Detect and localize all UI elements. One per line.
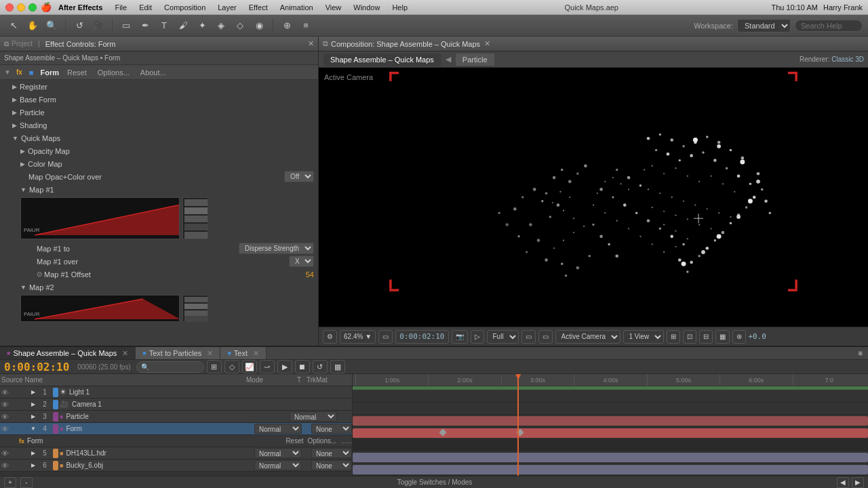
layer3-mode-dropdown[interactable]: Normal [290, 411, 337, 422]
tl-tab-text[interactable]: ■ Text ✕ [220, 347, 267, 359]
toolbar-text[interactable]: T [156, 18, 172, 34]
map-opac-color-dropdown[interactable]: Off [284, 171, 314, 182]
maximize-button[interactable] [28, 3, 37, 12]
layer4-trkmat-dropdown[interactable]: None [311, 424, 352, 434]
layer5-expand[interactable]: ▶ [28, 449, 38, 458]
toolbar-select[interactable]: ↖ [5, 18, 22, 34]
viewer-snap4-btn[interactable]: ⊟ [699, 330, 713, 344]
tl-ctrl-motion[interactable]: ⤻ [260, 360, 275, 373]
close-button[interactable] [5, 3, 14, 12]
tl-ctrl-graph[interactable]: 📈 [242, 360, 257, 373]
layer6-mode-dropdown[interactable]: Normal [254, 460, 302, 470]
toolbar-eraser[interactable]: ◈ [213, 18, 229, 34]
viewer-time-btn[interactable]: 0:00:02:10 [395, 330, 448, 344]
toolbar-brush[interactable]: 🖌 [175, 18, 191, 34]
tl-tab-close-tp[interactable]: ✕ [207, 349, 213, 358]
apple-icon[interactable]: 🍎 [41, 2, 52, 12]
layer3-expand[interactable]: ▶ [28, 412, 38, 422]
viewer-preview2-btn[interactable]: ▷ [471, 330, 484, 344]
prop-map1[interactable]: ▼ Map #1 [0, 183, 318, 196]
tl-layer-2[interactable]: 👁 ▶ 2 🎥 Camera 1 [0, 399, 352, 411]
layer5-eye[interactable]: 👁 [0, 449, 9, 458]
prop-map-opac-color[interactable]: Map Opac+Color over Off [0, 170, 318, 183]
tl-search-input[interactable] [136, 361, 204, 373]
map1-graph[interactable]: PAlUR [20, 197, 180, 239]
tl-bar-row-3[interactable] [353, 415, 868, 427]
tl-layer-6[interactable]: 👁 ▶ 6 ■ Bucky_6.obj Normal None [0, 460, 352, 472]
options-btn[interactable]: Options... [95, 68, 132, 77]
toolbar-roto[interactable]: ◇ [232, 18, 248, 34]
tl-ctrl-play[interactable]: ▶ [277, 360, 292, 373]
tl-layer-1[interactable]: 👁 ▶ 1 ☀ Light 1 [0, 386, 352, 399]
layer1-expand[interactable]: ▶ [28, 388, 38, 397]
toolbar-stamp[interactable]: ✦ [194, 18, 210, 34]
workspace-select[interactable]: Standard [737, 19, 791, 33]
prop-color-map[interactable]: ▶ Color Map [0, 157, 318, 170]
reset-btn[interactable]: Reset [64, 68, 90, 77]
tl-ctrl-keyframe[interactable]: ◇ [224, 360, 239, 373]
prop-quick-maps[interactable]: ▼ Quick Maps [0, 131, 318, 144]
toolbar-camera[interactable]: 🎥 [90, 18, 106, 34]
about-btn[interactable]: About... [138, 68, 169, 77]
layer4-mode-dropdown[interactable]: Normal [254, 424, 302, 434]
map1-offset-value[interactable]: 54 [306, 270, 314, 279]
prop-opacity-map[interactable]: ▶ Opacity Map [0, 144, 318, 157]
tl-ctrl-stop[interactable]: ⏹ [295, 360, 310, 373]
viewer-snap2-btn[interactable]: ⊞ [667, 330, 680, 344]
viewer-toggle-btn[interactable]: ▭ [521, 330, 536, 344]
toolbar-snap[interactable]: ⊕ [279, 18, 295, 34]
tl-layer-5[interactable]: 👁 ▶ 5 ■ DH143LL.hdr Normal None [0, 447, 352, 460]
map2-graph[interactable]: PAlUR [20, 295, 180, 322]
tl-bar-row-5[interactable] [353, 451, 868, 464]
layer5-trkmat-dropdown[interactable]: None [311, 448, 352, 458]
menu-composition[interactable]: Composition [160, 3, 210, 12]
toolbar-expr[interactable]: ≡ [298, 18, 314, 34]
tl-ctrl-stagger[interactable]: ⊞ [207, 360, 222, 373]
views-dropdown[interactable]: 1 View [623, 330, 664, 344]
tl-scroll-right[interactable]: ▶ [852, 477, 864, 488]
map1-over-dropdown[interactable]: X [289, 256, 314, 267]
comp-tab-main[interactable]: Shape Assemble – Quick Maps [323, 53, 441, 66]
prop-map1-over[interactable]: Map #1 over X [0, 255, 318, 268]
tl-tab-text-particles[interactable]: ■ Text to Particles ✕ [136, 347, 220, 359]
layer3-eye[interactable]: 👁 [0, 413, 9, 421]
menu-help[interactable]: Help [388, 3, 412, 12]
tl-ctrl-cache[interactable]: ▦ [330, 360, 345, 373]
tl-tab-close-main[interactable]: ✕ [122, 349, 128, 358]
tl-tab-main[interactable]: ■ Shape Assemble – Quick Maps ✕ [0, 347, 136, 359]
menu-effect[interactable]: Effect [245, 3, 272, 12]
viewer-settings-btn[interactable]: ⚙ [323, 330, 337, 344]
sub-options-btn[interactable]: Options... [308, 437, 337, 445]
toolbar-zoom[interactable]: 🔍 [43, 18, 60, 34]
tl-layer-3[interactable]: 👁 ▶ 3 ■ Particle Normal [0, 411, 352, 423]
prop-base-form[interactable]: ▶ Base Form [0, 93, 318, 106]
viewer-snap6-btn[interactable]: ⊛ [732, 330, 746, 344]
map1-to-dropdown[interactable]: Disperse Strength [239, 243, 314, 254]
search-input[interactable] [795, 20, 863, 32]
prop-shading[interactable]: ▶ Shading [0, 119, 318, 131]
menu-window[interactable]: Window [349, 3, 384, 12]
tl-panel-btn[interactable]: ≡ [859, 349, 868, 357]
menu-view[interactable]: View [321, 3, 346, 12]
tl-scroll-left[interactable]: ◀ [837, 477, 849, 488]
prop-register[interactable]: ▶ Register [0, 80, 318, 93]
layer2-expand[interactable]: ▶ [28, 400, 38, 409]
tl-bar-row-6[interactable] [353, 464, 868, 476]
tl-timecode[interactable]: 0:00:02:10 [4, 361, 69, 373]
tl-bar-row-4[interactable] [353, 427, 868, 439]
prop-map2[interactable]: ▼ Map #2 [0, 281, 318, 293]
expand-all-arrow[interactable]: ▼ [4, 68, 11, 76]
viewer-snap3-btn[interactable]: ⊡ [683, 330, 696, 344]
tl-ctrl-loop[interactable]: ↺ [313, 360, 328, 373]
prop-map1-offset[interactable]: ⊙ Map #1 Offset 54 [0, 268, 318, 281]
prop-particle[interactable]: ▶ Particle [0, 106, 318, 119]
toolbar-rotate[interactable]: ↺ [71, 18, 87, 34]
menu-file[interactable]: File [111, 3, 131, 12]
layer4-expand[interactable]: ▼ [28, 424, 38, 434]
tl-layer-4[interactable]: 👁 ▼ 4 ■ Form Normal None [0, 423, 352, 435]
layer1-eye[interactable]: 👁 [0, 388, 9, 396]
layer6-eye[interactable]: 👁 [0, 462, 9, 470]
comp-close-icon[interactable]: ✕ [484, 39, 490, 48]
menu-layer[interactable]: Layer [214, 3, 241, 12]
tl-tab-close-text[interactable]: ✕ [253, 349, 259, 358]
